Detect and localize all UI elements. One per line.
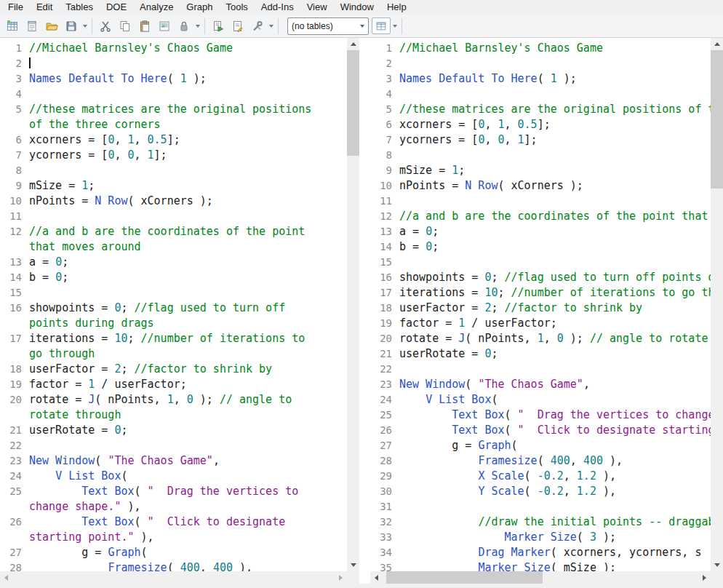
code-line: 30 Y Scale( -0.2, 1.2 ), [370,484,711,499]
menu-item-doe[interactable]: DOE [100,0,133,15]
vertical-scroll-thumb[interactable] [711,50,723,188]
menu-item-help[interactable]: Help [380,0,413,15]
line-number: 28 [0,560,29,571]
line-number: 3 [370,71,399,87]
line-number: 16 [0,301,29,316]
copy-picture-icon [158,20,171,33]
tables-dropdown[interactable]: (no tables) [287,17,369,35]
pane-splitter[interactable] [359,38,370,584]
new-script-icon [231,20,244,33]
menu-item-edit[interactable]: Edit [30,0,59,15]
line-number: 21 [0,423,29,438]
line-number: 13 [370,224,399,239]
new-journal-button[interactable] [22,17,41,35]
menu-item-graph[interactable]: Graph [180,0,219,15]
code-line: 18userFactor = 2; //factor to shrink by [370,301,711,316]
right-code-area[interactable]: 1//Michael Barnsley's Chaos Game23Names … [370,38,711,571]
right-horizontal-scrollbar[interactable] [370,571,711,584]
copy-picture-button[interactable] [154,17,174,35]
code-line: 6xcorners = [0, 1, 0.5]; [0,132,347,148]
toolbar-overflow-chevron[interactable] [391,17,399,35]
scroll-up-button[interactable] [347,38,359,50]
line-number: 7 [370,132,399,148]
menu-item-tools[interactable]: Tools [220,0,255,15]
code-line: 1//Michael Barnsley's Chaos Game [0,41,347,56]
table-list-button[interactable] [372,17,391,34]
code-text: Marker Size( mSize ); [399,560,711,571]
scroll-right-button[interactable] [335,571,347,584]
open-button[interactable] [41,17,61,35]
code-text: Framesize( 400, 400 ), [29,560,347,571]
paste-button[interactable] [135,17,154,35]
right-vertical-scrollbar[interactable] [711,38,723,571]
new-script-button[interactable] [228,17,247,35]
code-line: 19factor = 1 / userFactor; [370,316,711,331]
left-horizontal-scrollbar[interactable] [0,571,347,584]
code-line: 28 Framesize( 400, 400 ), [0,560,347,571]
code-line: 25 Text Box( " Drag the vertices to chan… [0,484,347,514]
toolbar-overflow-chevron[interactable] [81,17,89,35]
left-code-area[interactable]: 1//Michael Barnsley's Chaos Game23Names … [0,38,347,571]
code-line: 24 V List Box( [370,392,711,408]
scroll-down-button[interactable] [347,559,359,571]
line-number: 27 [0,545,29,560]
code-line: 32 //draw the initial points -- draggabl… [370,514,711,530]
scroll-down-button[interactable] [711,559,723,571]
line-number: 25 [370,408,399,423]
tools-button[interactable] [247,17,267,35]
left-vertical-scrollbar[interactable] [347,38,359,571]
menu-item-view[interactable]: View [300,0,334,15]
code-line: 22 [370,362,711,377]
code-line: 17iterations = 10; //number of iteration… [0,331,347,362]
code-text: //these matrices are the original positi… [399,102,711,117]
code-line: 4 [0,87,347,102]
line-number: 5 [0,102,29,117]
toolbar-overflow-chevron[interactable] [193,17,201,35]
menu-item-add-ins[interactable]: Add-Ins [255,0,300,15]
toolbar-overflow-chevron[interactable] [267,17,275,35]
line-number: 10 [0,194,29,209]
code-text: userRotate = 0; [29,423,347,438]
vertical-scroll-thumb[interactable] [347,50,359,156]
code-text: xcorners = [0, 1, 0.5]; [399,117,711,132]
lock-button[interactable] [174,17,193,35]
code-line: 13a = 0; [370,224,711,239]
chevron-down-icon[interactable] [356,18,368,34]
code-text: userFactor = 2; //factor to shrink by [29,362,347,377]
code-line: 25 Text Box( " Drag the vertices to chan… [370,408,711,423]
menu-item-analyze[interactable]: Analyze [133,0,180,15]
line-number: 29 [370,469,399,484]
code-text: iterations = 10; //number of iterations … [399,285,711,301]
code-text: Drag Marker( xcorners, ycorners, s [399,545,711,560]
copy-button[interactable] [115,17,135,35]
new-data-table-button[interactable] [2,17,22,35]
menu-item-tables[interactable]: Tables [59,0,100,15]
open-icon [45,20,58,33]
save-button[interactable] [61,17,81,35]
scroll-right-button[interactable] [698,571,711,584]
code-text: showpoints = 0; //flag used to turn off … [399,270,711,285]
menu-item-window[interactable]: Window [334,0,380,15]
script-editor-split: 1//Michael Barnsley's Chaos Game23Names … [0,38,723,584]
menubar: FileEditTablesDOEAnalyzeGraphToolsAdd-In… [0,0,723,15]
code-line: 2 [370,56,711,71]
scroll-left-button[interactable] [370,571,383,584]
scroll-up-button[interactable] [711,38,723,50]
run-script-button[interactable] [208,17,228,35]
code-line: 33 Marker Size( 3 ); [370,530,711,545]
line-number: 1 [0,41,29,56]
line-number: 2 [0,56,29,71]
code-text: rotate = J( nPoints, 1, 0 ); // angle to… [399,331,711,346]
line-number: 3 [0,71,29,87]
line-number: 6 [0,132,29,148]
cut-button[interactable] [95,17,115,35]
menu-item-file[interactable]: File [1,0,30,15]
new-journal-icon [25,20,39,33]
tables-dropdown-value: (no tables) [288,21,356,31]
line-number: 21 [370,346,399,362]
cut-icon [99,20,112,33]
code-text: nPoints = N Row( xCorners ); [29,194,347,209]
scroll-left-button[interactable] [0,571,12,584]
horizontal-scroll-thumb[interactable] [386,571,543,584]
code-line: 13a = 0; [0,255,347,270]
